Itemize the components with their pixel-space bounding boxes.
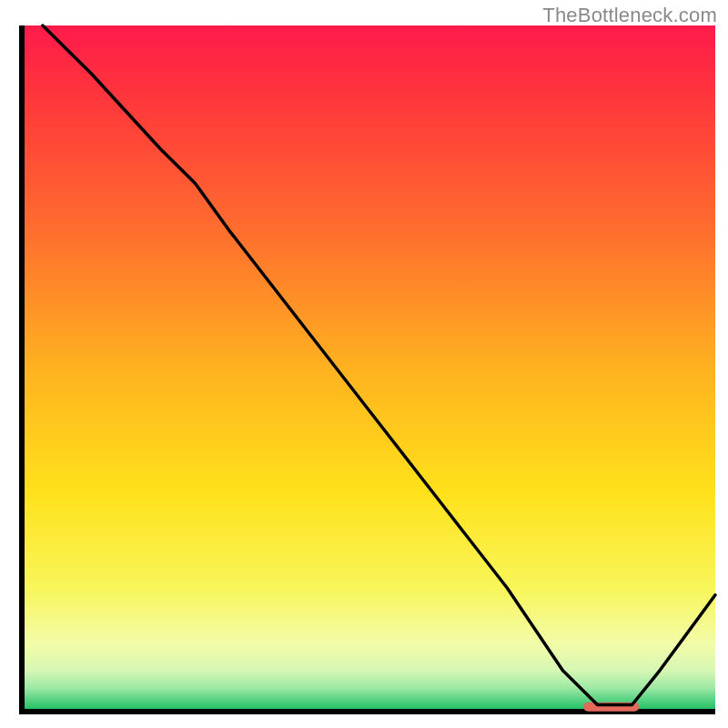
bottleneck-chart	[0, 0, 728, 728]
plot-background	[22, 25, 715, 712]
chart-container: TheBottleneck.com	[0, 0, 728, 728]
attribution-label: TheBottleneck.com	[542, 4, 717, 27]
